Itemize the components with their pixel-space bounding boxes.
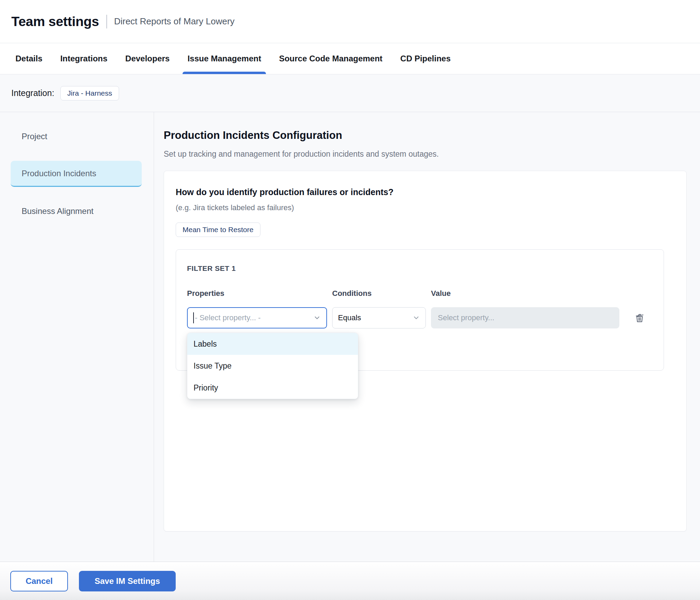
question-hint: (e.g. Jira tickets labeled as failures) (176, 203, 675, 212)
settings-sidebar: Project Production Incidents Business Al… (0, 112, 154, 562)
condition-select-value: Equals (338, 313, 410, 322)
property-select[interactable]: - Select property... - (187, 307, 327, 328)
dropdown-option-issue-type[interactable]: Issue Type (187, 355, 358, 377)
section-title: Production Incidents Configuration (164, 129, 687, 142)
title-separator (106, 15, 107, 28)
incidents-config-card: How do you identify production failures … (164, 171, 687, 531)
properties-column-header: Properties (187, 289, 327, 298)
integration-bar: Integration: Jira - Harness (0, 74, 700, 112)
footer-action-bar: Cancel Save IM Settings (0, 562, 700, 600)
question-heading: How do you identify production failures … (176, 186, 675, 198)
filter-controls-row: - Select property... - Equals (187, 307, 653, 328)
integration-chip[interactable]: Jira - Harness (60, 86, 119, 100)
content-area: Project Production Incidents Business Al… (0, 112, 700, 562)
page-header: Team settings Direct Reports of Mary Low… (0, 0, 700, 43)
tab-developers[interactable]: Developers (125, 43, 170, 74)
conditions-column-header: Conditions (332, 289, 426, 298)
sidebar-item-business-alignment[interactable]: Business Alignment (11, 198, 142, 224)
chevron-down-icon (412, 314, 420, 322)
sidebar-item-project[interactable]: Project (11, 123, 142, 149)
filter-column-headers: Properties Conditions Value (187, 289, 653, 298)
cancel-button[interactable]: Cancel (10, 571, 68, 591)
integration-label: Integration: (11, 88, 54, 98)
dropdown-option-priority[interactable]: Priority (187, 377, 358, 399)
page-subtitle: Direct Reports of Mary Lowery (114, 16, 234, 27)
section-subtitle: Set up tracking and management for produ… (164, 149, 687, 159)
value-column-header: Value (431, 289, 619, 298)
sidebar-item-production-incidents[interactable]: Production Incidents (11, 161, 142, 187)
tabs-bar: Details Integrations Developers Issue Ma… (0, 43, 700, 74)
tab-details[interactable]: Details (15, 43, 43, 74)
text-cursor (193, 312, 194, 323)
tab-source-code-management[interactable]: Source Code Management (279, 43, 382, 74)
mean-time-to-restore-chip[interactable]: Mean Time to Restore (176, 223, 260, 237)
property-dropdown-menu: Labels Issue Type Priority (187, 333, 358, 399)
tab-integrations[interactable]: Integrations (60, 43, 107, 74)
tab-issue-management[interactable]: Issue Management (187, 43, 261, 74)
delete-filter-button[interactable] (632, 310, 647, 325)
value-input[interactable] (431, 307, 619, 328)
main-panel: Production Incidents Configuration Set u… (154, 112, 700, 562)
tab-cd-pipelines[interactable]: CD Pipelines (400, 43, 451, 74)
dropdown-option-labels[interactable]: Labels (187, 333, 358, 355)
trash-icon (633, 312, 646, 324)
save-im-settings-button[interactable]: Save IM Settings (79, 571, 176, 591)
property-select-placeholder: - Select property... - (195, 313, 311, 322)
filter-set-card: FILTER SET 1 Properties Conditions Value… (176, 249, 664, 371)
filter-set-title: FILTER SET 1 (187, 264, 653, 273)
condition-select[interactable]: Equals (332, 307, 426, 328)
page-title: Team settings (11, 14, 99, 29)
chevron-down-icon (313, 314, 321, 322)
